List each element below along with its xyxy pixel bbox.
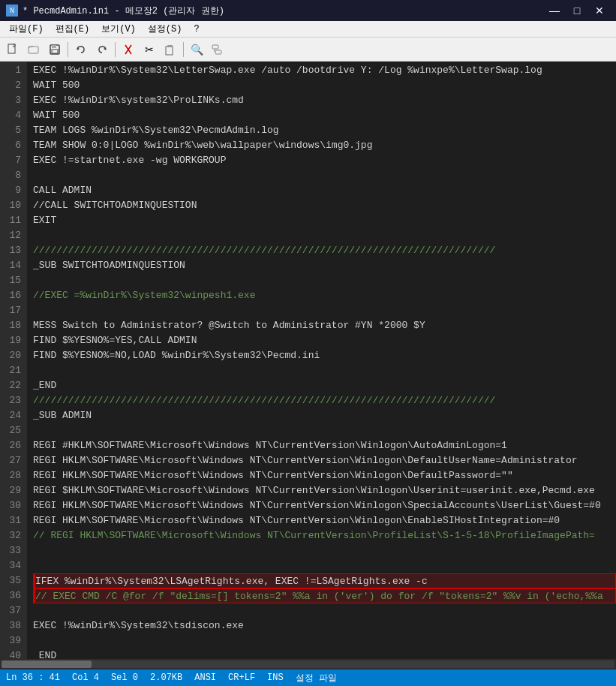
toolbar-cut[interactable] [119,40,138,59]
toolbar-redo[interactable] [92,40,112,59]
toolbar-replace[interactable] [208,40,227,59]
code-line[interactable]: TEAM LOGS %winDir%\System32\PecmdAdmin.l… [33,123,616,138]
app-icon: N [6,5,18,17]
code-line[interactable] [33,273,616,288]
code-line[interactable] [33,228,616,243]
code-line[interactable]: TEAM SHOW 0:0|LOGO %winDir%\web\wallpape… [33,138,616,153]
line-number: 25 [3,423,21,438]
code-line[interactable] [33,423,616,438]
status-col: Col 4 [72,672,99,683]
code-line[interactable]: _END [33,378,616,393]
line-number: 6 [3,138,21,153]
line-number: 32 [3,528,21,543]
line-number: 5 [3,123,21,138]
toolbar-save[interactable] [45,40,65,59]
code-line[interactable]: REGI #HKLM\SOFTWARE\Microsoft\Windows NT… [33,438,616,453]
line-number: 38 [3,618,21,633]
line-number: 26 [3,438,21,453]
line-number: 19 [3,333,21,348]
line-number: 4 [3,108,21,123]
code-line[interactable] [33,543,616,558]
toolbar-new[interactable] [3,40,23,59]
menu-settings[interactable]: 설정(S) [142,21,188,38]
code-line[interactable]: //EXEC =%winDir%\System32\winpesh1.exe [33,288,616,303]
code-line[interactable]: FIND $%YESNO%=YES,CALL ADMIN [33,333,616,348]
code-line[interactable]: // EXEC CMD /C @for /f "delims=[] tokens… [33,588,616,603]
line-number: 37 [3,603,21,618]
menu-help[interactable]: ? [188,21,205,38]
code-line[interactable]: _SUB ADMIN [33,408,616,423]
status-line-ending: CR+LF [228,672,255,683]
code-line[interactable]: EXEC !%winDir%\System32\tsdiscon.exe [33,618,616,633]
menu-edit[interactable]: 편집(E) [50,21,96,38]
toolbar-sep-2 [115,42,116,57]
code-line[interactable]: REGI $HKLM\SOFTWARE\Microsoft\Windows NT… [33,483,616,498]
line-number: 2 [3,78,21,93]
line-number: 7 [3,153,21,168]
svg-rect-10 [167,45,173,47]
status-mode: INS [267,672,284,683]
toolbar-open[interactable] [24,40,44,59]
status-position: Ln 36 : 41 [6,672,60,683]
code-line[interactable] [33,558,616,573]
code-line[interactable]: REGI HKLM\SOFTWARE\Microsoft\Windows NT\… [33,498,616,513]
code-line[interactable]: CALL ADMIN [33,183,616,198]
line-number: 17 [3,303,21,318]
title-bar: N * PecmdAdmin.ini - 메모장2 (관리자 권한) — □ ✕ [0,0,616,21]
code-line[interactable]: FIND $%YESNO%=NO,LOAD %winDir%\System32\… [33,348,616,363]
code-line[interactable]: ////////////////////////////////////////… [33,393,616,408]
svg-rect-11 [212,45,218,49]
line-number: 18 [3,318,21,333]
minimize-button[interactable]: — [544,0,565,21]
code-line[interactable]: EXIT [33,213,616,228]
window-controls[interactable]: — □ ✕ [544,0,610,21]
scrollbar-h-track[interactable] [2,660,614,668]
line-number: 39 [3,633,21,648]
code-line[interactable] [33,168,616,183]
line-number: 33 [3,543,21,558]
menu-view[interactable]: 보기(V) [95,21,142,38]
code-line[interactable] [33,633,616,648]
code-content[interactable]: EXEC !%winDir%\System32\LetterSwap.exe /… [27,62,616,659]
code-line[interactable]: MESS Switch to Administrator? @Switch to… [33,318,616,333]
code-line[interactable]: REGI HKLM\SOFTWARE\Microsoft\Windows NT\… [33,513,616,528]
line-number: 34 [3,558,21,573]
svg-rect-12 [215,50,221,54]
code-line[interactable]: WAIT 500 [33,108,616,123]
horizontal-scrollbar[interactable] [0,659,616,669]
code-line[interactable]: _SUB SWITCHTOADMINQUESTION [33,258,616,273]
code-line[interactable]: //CALL SWITCHTOADMINQUESTION [33,198,616,213]
code-line[interactable]: IFEX %winDir%\System32\LSAgetRights.exe,… [33,573,616,588]
line-number: 21 [3,363,21,378]
code-line[interactable] [33,303,616,318]
line-number: 23 [3,393,21,408]
menu-bar: 파일(F) 편집(E) 보기(V) 설정(S) ? [0,21,616,38]
line-number: 16 [3,288,21,303]
close-button[interactable]: ✕ [589,0,610,21]
toolbar-find[interactable]: 🔍 [187,40,206,59]
status-size: 2.07KB [150,672,182,683]
code-line[interactable]: ////////////////////////////////////////… [33,243,616,258]
code-line[interactable]: EXEC !=startnet.exe -wg WORKGROUP [33,153,616,168]
menu-file[interactable]: 파일(F) [3,21,50,38]
code-line[interactable]: _END [33,648,616,659]
scrollbar-h-thumb[interactable] [2,660,92,668]
toolbar-undo[interactable] [71,40,91,59]
line-number: 1 [3,63,21,78]
code-line[interactable]: EXEC !%winDir%\System32\LetterSwap.exe /… [33,63,616,78]
code-line[interactable]: REGI HKLM\SOFTWARE\Microsoft\Windows NT\… [33,453,616,468]
editor-area: 1234567891011121314151617181920212223242… [0,62,616,659]
code-line[interactable]: // REGI HKLM\SOFTWARE\Microsoft\Windows … [33,528,616,543]
code-line[interactable]: EXEC !%winDir%\system32\ProLINKs.cmd [33,93,616,108]
toolbar-paste[interactable] [161,40,180,59]
toolbar-copy[interactable]: ✂ [140,40,159,59]
window-title: * PecmdAdmin.ini - 메모장2 (관리자 권한) [23,5,224,17]
maximize-button[interactable]: □ [566,0,587,21]
code-line[interactable]: REGI HKLM\SOFTWARE\Microsoft\Windows NT\… [33,468,616,483]
code-line[interactable]: WAIT 500 [33,78,616,93]
status-label: 설정 파일 [296,672,337,684]
line-number: 3 [3,93,21,108]
line-number: 30 [3,498,21,513]
code-line[interactable] [33,363,616,378]
code-line[interactable] [33,603,616,618]
